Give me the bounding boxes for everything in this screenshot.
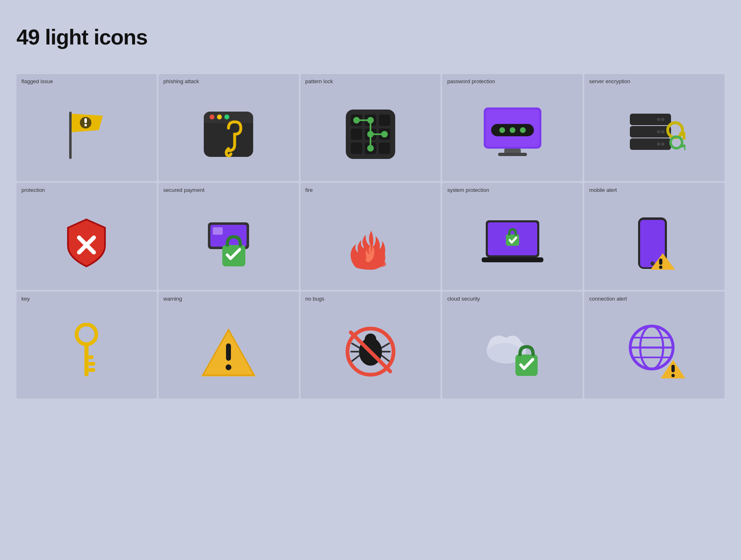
- icon-area-flagged-issue: [16, 87, 157, 181]
- icon-area-password-protection: [442, 87, 583, 181]
- svg-rect-75: [89, 368, 95, 372]
- svg-point-71: [659, 266, 662, 269]
- icon-grid: flagged issue phishing attack: [16, 74, 725, 399]
- icon-cell-connection-alert[interactable]: connection alert: [584, 292, 725, 399]
- icon-cell-system-protection[interactable]: system protection: [442, 183, 583, 290]
- icon-label-flagged-issue: flagged issue: [16, 74, 157, 87]
- svg-rect-76: [89, 355, 93, 359]
- cloud-icon: [482, 325, 543, 378]
- svg-rect-0: [69, 112, 72, 159]
- icon-cell-warning[interactable]: warning: [158, 292, 299, 399]
- icon-label-mobile-alert: mobile alert: [584, 183, 725, 196]
- icon-area-phishing-attack: [158, 87, 299, 181]
- icon-label-password-protection: password protection: [442, 74, 583, 87]
- svg-point-34: [499, 127, 505, 133]
- svg-rect-38: [630, 126, 671, 138]
- svg-point-72: [77, 324, 96, 344]
- icon-cell-key[interactable]: key: [16, 292, 157, 399]
- svg-point-8: [217, 114, 222, 119]
- page-title: 49 light icons: [16, 25, 725, 49]
- icon-area-no-bugs: [301, 304, 441, 399]
- icon-cell-fire[interactable]: fire: [301, 183, 441, 290]
- icon-cell-server-encryption[interactable]: server encryption: [584, 74, 725, 181]
- icon-area-protection: [16, 196, 157, 290]
- payment-icon: [200, 218, 257, 268]
- svg-rect-102: [671, 365, 675, 372]
- icon-label-fire: fire: [301, 183, 441, 196]
- icon-label-key: key: [16, 292, 157, 304]
- icon-label-phishing-attack: phishing attack: [158, 74, 299, 87]
- svg-rect-2: [84, 118, 87, 123]
- pattern-icon: [342, 105, 399, 163]
- svg-rect-79: [226, 343, 231, 361]
- mobile-icon: [628, 214, 681, 272]
- svg-rect-51: [680, 145, 685, 147]
- icon-label-system-protection: system protection: [442, 183, 583, 196]
- icon-area-mobile-alert: [584, 196, 725, 290]
- password-icon: [480, 105, 545, 163]
- icon-cell-protection[interactable]: protection: [16, 183, 157, 290]
- icon-label-pattern-lock: pattern lock: [301, 74, 441, 87]
- nobugs-icon: [344, 325, 397, 378]
- svg-rect-74: [89, 362, 95, 366]
- server-icon: [624, 107, 685, 161]
- icon-area-key: [16, 304, 157, 399]
- icon-label-warning: warning: [158, 292, 299, 304]
- svg-rect-17: [351, 142, 362, 154]
- svg-point-44: [661, 142, 664, 146]
- svg-rect-32: [498, 153, 527, 156]
- svg-point-61: [378, 261, 386, 267]
- svg-point-35: [510, 127, 515, 133]
- icon-area-fire: [301, 196, 441, 290]
- svg-rect-57: [213, 227, 223, 235]
- icon-cell-no-bugs[interactable]: no bugs: [301, 292, 441, 399]
- svg-point-45: [657, 142, 660, 146]
- icon-label-secured-payment: secured payment: [158, 183, 299, 196]
- icon-area-connection-alert: [584, 304, 725, 399]
- svg-line-86: [382, 343, 389, 348]
- laptop-icon: [480, 216, 545, 270]
- svg-point-7: [210, 114, 214, 119]
- icon-cell-flagged-issue[interactable]: flagged issue: [16, 74, 157, 181]
- svg-point-60: [367, 263, 378, 270]
- svg-line-85: [352, 356, 359, 361]
- icon-cell-phishing-attack[interactable]: phishing attack: [158, 74, 299, 181]
- svg-point-82: [365, 334, 376, 345]
- svg-point-3: [84, 124, 87, 126]
- svg-rect-37: [630, 138, 671, 150]
- icon-label-no-bugs: no bugs: [301, 292, 441, 304]
- icon-area-warning: [158, 304, 299, 399]
- icon-label-server-encryption: server encryption: [584, 74, 725, 87]
- svg-point-40: [661, 118, 664, 121]
- svg-rect-14: [351, 128, 362, 140]
- svg-point-9: [224, 114, 229, 119]
- svg-rect-39: [630, 114, 671, 125]
- svg-point-59: [357, 261, 367, 268]
- svg-point-68: [650, 261, 655, 266]
- phishing-icon: [200, 105, 257, 163]
- svg-rect-49: [683, 136, 685, 140]
- icon-label-connection-alert: connection alert: [584, 292, 725, 304]
- svg-point-36: [520, 127, 526, 133]
- icon-cell-secured-payment[interactable]: secured payment: [158, 183, 299, 290]
- globe-icon: [624, 323, 685, 380]
- svg-rect-65: [482, 257, 543, 262]
- icon-cell-pattern-lock[interactable]: pattern lock: [301, 74, 441, 181]
- svg-point-80: [226, 364, 231, 370]
- svg-point-41: [657, 118, 660, 121]
- icon-area-cloud-security: [442, 304, 583, 399]
- svg-rect-19: [379, 142, 390, 154]
- svg-rect-64: [506, 234, 519, 246]
- icon-cell-cloud-security[interactable]: cloud security: [442, 292, 583, 399]
- icon-cell-password-protection[interactable]: password protection: [442, 74, 583, 181]
- icon-area-system-protection: [442, 196, 583, 290]
- svg-rect-73: [84, 343, 89, 376]
- icon-cell-mobile-alert[interactable]: mobile alert: [584, 183, 725, 290]
- svg-rect-47: [679, 132, 685, 136]
- icon-area-pattern-lock: [301, 87, 441, 181]
- svg-rect-70: [659, 259, 662, 265]
- key-icon: [66, 323, 107, 380]
- icon-area-server-encryption: [584, 87, 725, 181]
- svg-rect-13: [379, 114, 390, 126]
- svg-point-103: [671, 374, 675, 377]
